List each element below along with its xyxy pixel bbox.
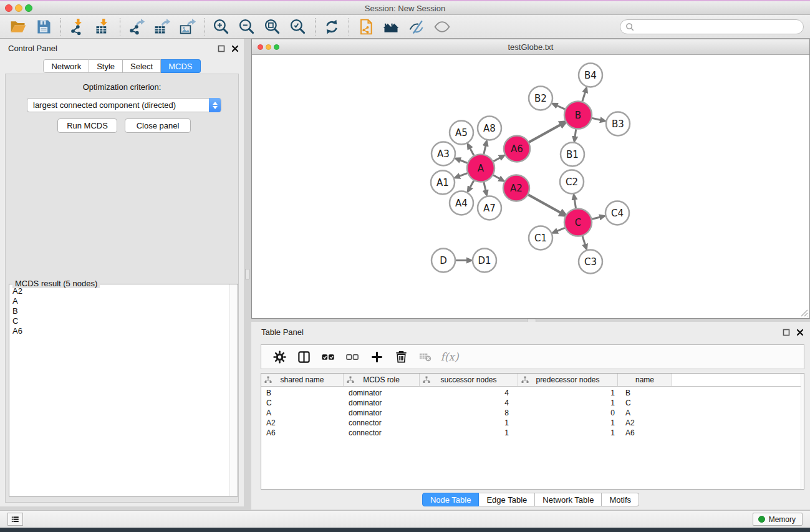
zoom-fit-button[interactable] <box>262 17 283 37</box>
table-row[interactable]: A2connector11A2 <box>261 418 804 428</box>
graph-edge-A-A2[interactable] <box>493 175 500 179</box>
graph-node-label-B4: B4 <box>584 70 597 81</box>
tab-network[interactable]: Network <box>43 59 89 73</box>
show-graphics-button[interactable] <box>432 17 453 37</box>
checkboxes-empty-icon <box>345 350 360 364</box>
network-window-title: testGlobe.txt <box>252 42 809 52</box>
delete-table-button[interactable] <box>416 347 435 366</box>
column-header-name[interactable]: name <box>618 374 672 386</box>
graph-edge-A-A5[interactable] <box>470 148 474 155</box>
zoom-in-button[interactable] <box>211 17 232 37</box>
close-panel-button-mcds[interactable]: Close panel <box>125 118 191 133</box>
mcds-result-item[interactable]: B <box>10 306 229 316</box>
delete-column-button[interactable] <box>392 347 410 366</box>
graph-edge-A-A3[interactable] <box>460 160 467 163</box>
column-visibility-button[interactable] <box>294 347 313 366</box>
table-row[interactable]: Bdominator41B <box>261 388 804 398</box>
graph-edge-A-A7[interactable] <box>484 182 486 191</box>
graph-edge-B-B2[interactable] <box>557 105 566 109</box>
control-panel-title: Control Panel <box>8 44 57 53</box>
export-network-button[interactable] <box>126 17 147 37</box>
tab-style[interactable]: Style <box>89 59 123 73</box>
tab-mcds[interactable]: MCDS <box>161 59 200 73</box>
table-cell: dominator <box>344 409 420 417</box>
graph-edge-B-B4[interactable] <box>582 92 586 101</box>
table-settings-button[interactable] <box>270 347 289 366</box>
mcds-result-item[interactable]: A6 <box>10 326 229 336</box>
close-panel-button[interactable] <box>231 44 239 52</box>
export-network-icon <box>128 18 145 36</box>
mcds-result-scrollbar[interactable] <box>229 284 238 496</box>
select-all-button[interactable] <box>319 347 337 366</box>
criterion-select[interactable]: largest connected component (directed) <box>27 98 221 112</box>
search-input[interactable] <box>635 22 803 32</box>
graph-edge-A-A8[interactable] <box>484 145 486 154</box>
float-panel-button[interactable] <box>217 44 225 52</box>
tab-network-table[interactable]: Network Table <box>535 493 602 506</box>
close-table-panel-button[interactable] <box>796 328 804 336</box>
import-network-button[interactable] <box>67 17 88 37</box>
column-header-mcds-role[interactable]: MCDS role <box>344 374 420 386</box>
network-graph[interactable]: B4B2BB3A8A5A6A3B1AA1C2A2A4A7C4CC1C3DD1 <box>252 55 809 318</box>
hide-labels-button[interactable] <box>406 17 427 37</box>
graph-edge-C-C4[interactable] <box>592 217 600 219</box>
float-table-panel-button[interactable] <box>782 328 790 336</box>
network-canvas[interactable]: B4B2BB3A8A5A6A3B1AA1C2A2A4A7C4CC1C3DD1 <box>252 55 809 318</box>
graph-edge-A-A1[interactable] <box>459 173 467 177</box>
graph-node-label-C1: C1 <box>534 233 547 244</box>
zoom-selected-button[interactable] <box>287 17 309 37</box>
table-row[interactable]: Cdominator41C <box>261 398 804 408</box>
column-header-shared-name[interactable]: shared name <box>261 374 344 386</box>
graph-edge-C-C2[interactable] <box>574 199 576 208</box>
table-scrollbar[interactable] <box>801 374 804 489</box>
graph-edge-A2-C[interactable] <box>528 195 561 213</box>
refresh-button[interactable] <box>321 17 342 37</box>
resize-grip-icon[interactable] <box>799 308 808 317</box>
toolbar-separator <box>315 18 316 36</box>
save-session-button[interactable] <box>33 17 54 37</box>
home-button[interactable] <box>380 17 402 37</box>
close-icon <box>796 329 804 336</box>
zoom-fit-icon <box>264 18 281 36</box>
add-column-button[interactable] <box>367 347 386 366</box>
column-header-label: successor nodes <box>440 375 496 384</box>
export-image-button[interactable] <box>177 17 198 37</box>
graph-edge-B-B1[interactable] <box>575 129 576 137</box>
deselect-all-button[interactable] <box>343 347 362 366</box>
run-mcds-button[interactable]: Run MCDS <box>57 118 117 133</box>
tab-edge-table[interactable]: Edge Table <box>479 493 535 506</box>
table-row[interactable]: Adominator80A <box>261 408 804 418</box>
export-table-button[interactable] <box>152 17 173 37</box>
graph-edge-C-C1[interactable] <box>557 228 565 231</box>
graph-node-label-A1: A1 <box>436 177 449 188</box>
graph-edge-A-A6[interactable] <box>493 158 500 162</box>
control-panel-tabs: NetworkStyleSelectMCDS <box>0 59 244 73</box>
mcds-result-item[interactable]: A <box>10 296 229 306</box>
import-table-button[interactable] <box>92 17 113 37</box>
graph-edge-A-A4[interactable] <box>470 181 474 188</box>
show-panels-button[interactable] <box>7 513 23 526</box>
splitter-grip-vertical[interactable] <box>245 269 249 279</box>
memory-button[interactable]: Memory <box>753 513 803 526</box>
column-header-predecessor-nodes[interactable]: predecessor nodes <box>518 374 618 386</box>
graph-edge-B-B3[interactable] <box>592 118 601 120</box>
open-network-doc-button[interactable] <box>355 17 376 37</box>
column-header-successor-nodes[interactable]: successor nodes <box>420 374 518 386</box>
import-table-icon <box>94 18 112 36</box>
table-row[interactable]: A6connector11A6 <box>261 428 804 438</box>
graph-edge-A6-B[interactable] <box>529 125 561 142</box>
tab-node-table[interactable]: Node Table <box>422 493 480 506</box>
tab-motifs[interactable]: Motifs <box>602 493 639 506</box>
table-cell: A <box>261 409 344 417</box>
function-builder-button[interactable]: f(x) <box>440 347 459 366</box>
table-cell: C <box>261 399 344 407</box>
tab-select[interactable]: Select <box>123 59 161 73</box>
graph-node-label-C: C <box>575 217 581 228</box>
graph-edge-C-C3[interactable] <box>582 236 586 244</box>
zoom-out-button[interactable] <box>236 17 258 37</box>
open-session-button[interactable] <box>7 17 29 37</box>
search-box <box>620 19 804 34</box>
graph-node-label-B2: B2 <box>534 93 547 104</box>
mcds-result-item[interactable]: A2 <box>10 286 229 296</box>
mcds-result-item[interactable]: C <box>10 316 229 326</box>
